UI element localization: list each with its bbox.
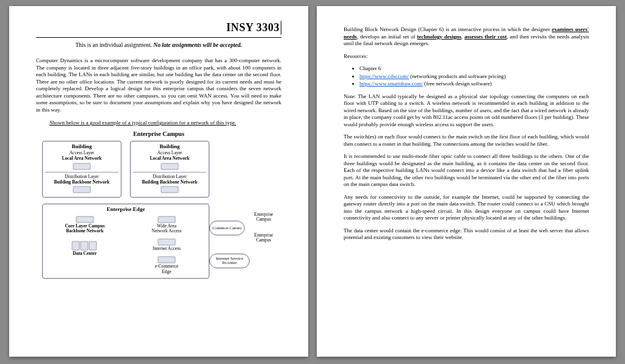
svg-rect-10 [158,257,175,263]
ec-label-1: Enterprise Campus [250,212,278,221]
scenario-paragraph: Computer Dynamics is a microcomputer sof… [36,57,281,113]
cdw-link[interactable]: https://www.cdw.com/ [359,73,409,79]
core-label-2: Backbone Network [46,229,123,234]
svg-rect-4 [76,216,93,223]
building-header: Building [45,143,118,151]
svg-rect-6 [81,241,88,250]
dist-layer-label: Distribution Layer [45,174,118,179]
svg-rect-9 [158,239,175,245]
smartdraw-link[interactable]: https://www.smartdraw.com/ [359,80,423,87]
internet-label: Internet Access [128,246,205,251]
building-box-1: Building Access Layer Local Area Network… [42,141,121,198]
connectivity-paragraph: Any needs for connectivity to the outsid… [344,194,589,222]
document-page-1: INSY 3303 This is an individual assignme… [9,6,308,357]
intro-underline-f: assesses their cost [464,34,507,40]
switch-paragraph: The switch(es) on each floor would conne… [344,134,589,148]
ecom-label-2: Edge [128,269,205,274]
bbn-label: Building Backbone Network [45,180,118,185]
core-layer-col: Core Layer Campus Backbone Network Data … [46,215,123,257]
isp-cloud: Internet Service Provider [209,254,250,268]
ecommerce-icon [157,256,176,263]
resource-chapter: Chapter 6 [359,65,589,73]
assignment-subtitle: This is an individual assignment. No lat… [36,41,281,49]
switch-icon [73,163,91,170]
ec-label-2: Enterprise Campus [250,233,278,242]
dist-layer-label: Distribution Layer [133,174,206,179]
access-layer-label: Access Layer [45,151,118,155]
resource-cdw: https://www.cdw.com/ (networking product… [359,73,589,80]
intro-underline-d: technology designs [417,34,461,40]
core-switch-icon [76,216,94,223]
router-icon [161,186,179,193]
lan-label: Local Area Network [45,156,118,161]
bbnd-intro: Building Block Network Design (Chapter 6… [344,26,589,48]
router-icon [73,186,91,193]
diagram-title: Enterprise Campus [40,130,278,138]
resources-label: Resources: [344,53,589,60]
bbn-label: Building Backbone Network [133,180,206,185]
internet-icon [157,238,176,246]
svg-rect-7 [89,241,96,250]
svg-rect-2 [161,163,178,170]
intro-text-a: Building Block Network Design (Chapter 6… [344,26,552,32]
svg-rect-5 [72,241,79,250]
access-col: Wide Area Network Access Internet Access… [128,215,205,274]
intro-text-c: , develops an initial set of [357,34,417,40]
fiber-paragraph: It is recommended to use multi-mode fibe… [344,153,589,188]
edge-header: Enterprise Edge [46,206,205,213]
svg-rect-0 [73,163,90,170]
smartdraw-note: (free network design software) [423,80,492,87]
building-row: Building Access Layer Local Area Network… [42,141,278,198]
document-page-2: Building Block Network Design (Chapter 6… [317,6,616,357]
wan-icon [157,216,176,223]
title-rule [36,37,281,38]
cdw-note: (networking products and software pricin… [409,73,506,79]
switch-icon [161,163,179,170]
resources-list: Chapter 6 https://www.cdw.com/ (networki… [344,65,589,88]
common-carrier-cloud: Common Carrier [209,221,245,235]
svg-rect-3 [161,187,178,193]
datacenter-paragraph: The data center would contain the e-comm… [344,227,589,241]
enterprise-edge-box: Enterprise Edge Core Layer Campus Backbo… [42,204,209,279]
lan-label: Local Area Network [133,156,206,161]
subtitle-text: This is an individual assignment. [76,42,154,48]
datacenter-icon [71,241,98,251]
subtitle-warning: No late assignments will be accepted. [153,42,242,48]
diagram-caption: Shown below is a good example of a typic… [49,120,281,127]
svg-rect-8 [158,216,175,223]
course-title: INSY 3303 [36,21,281,35]
svg-rect-1 [73,187,90,193]
note-paragraph: Note: The LAN would typically be designe… [344,93,589,129]
enterprise-campus-diagram: Enterprise Campus Building Access Layer … [40,130,278,279]
resource-smartdraw: https://www.smartdraw.com/ (free network… [359,80,589,88]
datacenter-label: Data Center [46,251,123,256]
wan-label-2: Network Access [128,229,205,234]
access-layer-label: Access Layer [133,151,206,155]
building-header: Building [133,143,206,151]
building-box-2: Building Access Layer Local Area Network… [130,141,209,198]
